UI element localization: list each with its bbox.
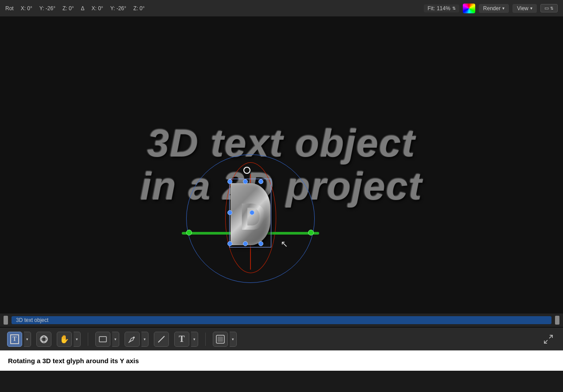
gizmo-container[interactable]: D ↖	[186, 154, 315, 283]
shape-tool-button[interactable]	[95, 332, 110, 347]
top-toolbar: Rot X: 0° Y: -26° Z: 0° Δ X: 0° Y: -26° …	[0, 0, 563, 17]
pen-tool-dropdown[interactable]: ▾	[141, 332, 149, 347]
caption-text: Rotating a 3D text glyph around its Y ax…	[8, 357, 139, 365]
fit-control[interactable]: Fit: 114% ⇅	[424, 4, 459, 12]
svg-line-11	[544, 340, 547, 343]
line-tool-group	[154, 332, 169, 347]
separator-1	[88, 333, 88, 346]
fill-tool-button[interactable]	[213, 332, 228, 347]
select-tool-group: T ▾	[7, 332, 31, 347]
3d-tool-group	[36, 332, 51, 347]
svg-rect-4	[99, 337, 106, 342]
line-tool-button[interactable]	[154, 332, 169, 347]
top-right-controls: Fit: 114% ⇅ Render View ▭ ⇅	[424, 4, 558, 13]
control-point-8[interactable]	[258, 241, 263, 246]
text-select-icon: T	[10, 334, 19, 344]
rot-x: X: 0°	[21, 5, 32, 12]
timeline-bar: 3D text object	[0, 313, 563, 327]
fit-label: Fit:	[427, 5, 435, 12]
control-point-3[interactable]	[258, 179, 263, 184]
svg-line-7	[158, 336, 164, 342]
control-point-1[interactable]	[227, 179, 232, 184]
separator-2	[205, 333, 206, 346]
hand-tool-dropdown[interactable]: ▾	[74, 332, 81, 347]
timeline-end-marker	[555, 316, 559, 325]
rot-y: Y: -26°	[39, 5, 55, 12]
window-icon: ▭	[544, 5, 549, 11]
svg-rect-9	[218, 337, 223, 342]
expand-button[interactable]	[541, 332, 556, 347]
bottom-toolbar: T ▾ ✋ ▾ ▾	[0, 327, 563, 350]
canvas-area: 3D text object in a 2D project	[0, 17, 563, 313]
text-tool-dropdown[interactable]: ▾	[191, 332, 198, 347]
window-chevron-icon: ⇅	[550, 6, 554, 11]
cursor: ↖	[281, 239, 288, 249]
expand-icon	[543, 334, 553, 344]
svg-line-10	[549, 335, 552, 338]
3d-tool-icon	[39, 335, 48, 344]
control-point-7[interactable]	[243, 241, 248, 246]
fill-tool-icon	[215, 334, 225, 344]
line-tool-icon	[157, 335, 166, 344]
fit-value: 114%	[437, 5, 450, 12]
pen-tool-group: ▾	[125, 332, 149, 347]
shape-tool-icon	[98, 335, 107, 344]
fill-tool-group: ▾	[213, 332, 237, 347]
text-select-tool-button[interactable]: T	[7, 332, 22, 347]
delta-symbol: Δ	[81, 5, 84, 12]
rot-label: Rot	[5, 5, 14, 12]
fit-chevron-icon: ⇅	[452, 6, 456, 11]
timeline-clip-label[interactable]: 3D text object	[12, 316, 551, 324]
svg-line-6	[129, 342, 129, 343]
text-select-tool-dropdown[interactable]: ▾	[24, 332, 31, 347]
window-size-button[interactable]: ▭ ⇅	[540, 4, 558, 12]
color-palette-button[interactable]	[463, 4, 475, 13]
green-handle-right[interactable]	[308, 230, 314, 235]
view-dropdown[interactable]: View	[512, 4, 537, 13]
rotation-handle-top[interactable]	[243, 167, 250, 174]
control-point-5[interactable]	[250, 210, 254, 215]
shape-tool-group: ▾	[95, 332, 119, 347]
3d-tool-button[interactable]	[36, 332, 51, 347]
control-point-4[interactable]	[227, 210, 232, 215]
pen-tool-icon	[128, 335, 137, 344]
pen-tool-button[interactable]	[125, 332, 140, 347]
render-dropdown[interactable]: Render	[479, 4, 509, 13]
fill-tool-dropdown[interactable]: ▾	[230, 332, 237, 347]
hand-tool-button[interactable]: ✋	[57, 332, 72, 347]
control-point-6[interactable]	[227, 241, 232, 246]
transform-info: Rot X: 0° Y: -26° Z: 0° Δ X: 0° Y: -26° …	[5, 5, 145, 12]
control-point-2[interactable]	[243, 179, 248, 184]
text-tool-group: T ▾	[174, 332, 198, 347]
hand-tool-icon: ✋	[59, 334, 69, 344]
hand-tool-group: ✋ ▾	[57, 332, 81, 347]
green-handle-left[interactable]	[186, 230, 192, 235]
text-tool-icon: T	[179, 334, 184, 344]
delta-y: Y: -26°	[110, 5, 126, 12]
text-tool-button[interactable]: T	[174, 332, 189, 347]
delta-x: X: 0°	[92, 5, 103, 12]
timeline-start-marker	[4, 316, 8, 325]
delta-z: Z: 0°	[133, 5, 145, 12]
svg-point-5	[133, 337, 135, 338]
shape-tool-dropdown[interactable]: ▾	[112, 332, 119, 347]
rot-z: Z: 0°	[63, 5, 74, 12]
caption-area: Rotating a 3D text glyph around its Y ax…	[0, 350, 563, 371]
